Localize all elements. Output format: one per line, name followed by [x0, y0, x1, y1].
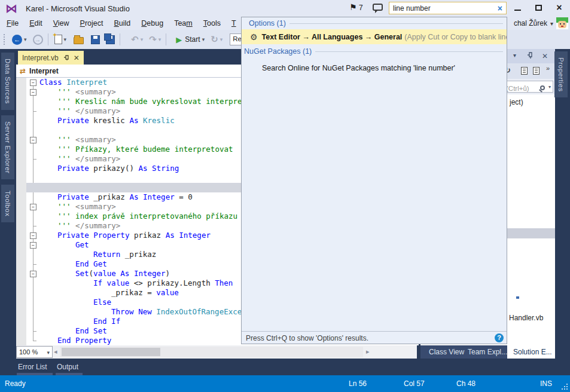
properties-doc-icon[interactable]	[533, 67, 539, 75]
tree-item-icon-fragment	[516, 296, 519, 299]
title-bar: ⋈ Karel - Microsoft Visual Studio ⚑ 7 li…	[0, 0, 570, 17]
panel-pin-icon[interactable]	[527, 51, 533, 60]
tab-team-explorer[interactable]: Team Expl...	[468, 348, 507, 356]
zoom-chevron-icon: ▾	[47, 350, 50, 356]
status-ready: Ready	[5, 379, 26, 388]
menu-edit[interactable]: Edit	[24, 17, 48, 30]
result-item-label: Text Editor → All Languages → General	[262, 33, 403, 41]
sidebar-tab-properties[interactable]: Properties	[554, 51, 568, 97]
save-button[interactable]	[91, 35, 100, 44]
pin-icon[interactable]	[63, 54, 69, 62]
nav-type-dropdown[interactable]: Interpret	[29, 67, 59, 75]
sidebar-tab-server-explorer[interactable]: Server Explorer	[1, 115, 14, 179]
menu-t[interactable]: T	[226, 17, 242, 30]
results-group-header-nuget: NuGet Packages (1)	[242, 47, 507, 56]
undo-button[interactable]: ↶	[131, 34, 139, 45]
clear-search-icon[interactable]: ×	[498, 4, 502, 13]
quick-launch-search-input[interactable]: line number ×	[389, 2, 507, 14]
help-icon[interactable]: ?	[495, 333, 504, 342]
magnifier-icon[interactable]	[540, 85, 545, 90]
menu-tools[interactable]: Tools	[198, 17, 226, 30]
scroll-left-arrow-icon[interactable]: ◂	[54, 348, 57, 356]
scrollbar-thumb[interactable]	[62, 348, 160, 356]
document-tab-label: Interpret.vb	[22, 54, 59, 62]
toolbar-separator	[120, 33, 120, 45]
new-file-button[interactable]: ✦	[54, 35, 62, 44]
resize-grip[interactable]	[566, 388, 568, 390]
undo-dropdown-chevron-icon[interactable]: ▾	[141, 36, 144, 42]
minimize-button[interactable]	[508, 0, 526, 16]
start-dropdown-chevron-icon[interactable]: ▾	[202, 36, 205, 42]
start-button-label[interactable]: Start	[185, 35, 200, 44]
redo-dropdown-chevron-icon[interactable]: ▾	[158, 36, 161, 42]
quick-launch-results-popup: Options (1) ⚙ Text Editor → All Language…	[241, 17, 507, 344]
restart-button[interactable]: ↻	[211, 34, 218, 45]
collapse-all-icon[interactable]	[521, 67, 528, 75]
toolbar-grip-handle[interactable]	[4, 34, 6, 45]
open-file-button[interactable]	[74, 37, 84, 44]
menu-debug[interactable]: Debug	[136, 17, 169, 30]
search-options-chevron-icon[interactable]: ▾	[548, 84, 551, 90]
user-name[interactable]: chal Žůrek	[514, 19, 547, 27]
editor-gutter	[16, 78, 26, 345]
save-all-button[interactable]	[106, 35, 115, 44]
toolbar-separator	[166, 33, 166, 45]
sidebar-tab-data-sources[interactable]: Data Sources	[1, 53, 14, 110]
tree-item-handler[interactable]: Handler.vb	[509, 314, 543, 322]
new-file-dropdown-chevron-icon[interactable]: ▾	[64, 36, 67, 42]
tab-close-icon[interactable]: ✕	[74, 54, 80, 62]
sidebar-tab-toolbox[interactable]: Toolbox	[1, 185, 14, 222]
chevron-down-icon[interactable]: ▾	[550, 20, 553, 27]
minimize-icon	[514, 10, 521, 11]
menu-build[interactable]: Build	[109, 17, 136, 30]
notifications-flag-icon[interactable]: ⚑	[349, 2, 357, 12]
status-column: Col 57	[404, 379, 425, 388]
start-debug-play-icon[interactable]: ▶	[176, 35, 182, 44]
right-tool-strip: Properties	[553, 49, 570, 359]
user-area: chal Žůrek ▾	[514, 17, 570, 29]
tab-solution-explorer[interactable]: Solution E...	[507, 345, 555, 359]
menu-file[interactable]: File	[1, 17, 24, 30]
result-item-options[interactable]: ⚙ Text Editor → All Languages → General …	[242, 29, 507, 44]
horizontal-scrollbar[interactable]	[60, 347, 363, 357]
vs-logo-icon: ⋈	[5, 2, 17, 14]
footer-hint-text: Press Ctrl+Q to show 'Options' results.	[246, 334, 368, 342]
status-character: Ch 48	[456, 379, 475, 388]
maximize-button[interactable]	[529, 0, 547, 16]
vb-class-icon: ⇄	[20, 67, 26, 75]
tree-item-solution[interactable]: ject)	[510, 98, 523, 106]
avatar[interactable]	[556, 17, 568, 29]
editor-scroll-row: 100 % ▾ ◂ ▸	[16, 345, 417, 359]
panel-close-icon[interactable]: ✕	[542, 52, 548, 60]
close-button[interactable]: ×	[550, 0, 568, 16]
menu-items: FileEditViewProjectBuildDebugTeamToolsT	[0, 17, 242, 30]
left-tool-strip: Data Sources Server Explorer Toolbox	[0, 49, 16, 359]
toolbar-overflow-icon[interactable]: »	[546, 65, 550, 72]
menu-view[interactable]: View	[48, 17, 75, 30]
document-tab-interpret[interactable]: Interpret.vb ✕	[18, 51, 84, 65]
header-rule	[315, 51, 503, 52]
popup-footer: Press Ctrl+Q to show 'Options' results. …	[242, 331, 507, 344]
navigate-back-button[interactable]: ←	[12, 35, 22, 45]
tab-error-list[interactable]: Error List	[18, 363, 47, 371]
panel-menu-chevron-icon[interactable]: ▾	[513, 52, 516, 59]
result-item-nuget-search[interactable]: Search Online for NuGet Packages matchin…	[242, 64, 507, 72]
feedback-icon[interactable]	[373, 4, 383, 11]
search-value: line number	[393, 4, 431, 13]
back-dropdown-chevron-icon[interactable]: ▾	[24, 36, 27, 42]
tab-output[interactable]: Output	[57, 363, 78, 371]
window-title: Karel - Microsoft Visual Studio	[26, 4, 130, 13]
gear-icon: ⚙	[250, 32, 258, 42]
navigate-forward-button[interactable]: →	[33, 35, 43, 45]
redo-button[interactable]: ↷	[149, 34, 157, 45]
tab-class-view[interactable]: Class View	[429, 348, 464, 356]
scroll-right-arrow-icon[interactable]: ▸	[366, 348, 370, 356]
editor-zoom-combo[interactable]: 100 % ▾	[16, 346, 53, 358]
menu-project[interactable]: Project	[75, 17, 109, 30]
dock-bottom-tab-bar: Class View Team Expl... Solution E...	[420, 345, 555, 359]
status-insert-mode: INS	[540, 379, 552, 388]
menu-team[interactable]: Team	[169, 17, 198, 30]
maximize-icon	[535, 5, 542, 11]
restart-dropdown-chevron-icon[interactable]: ▾	[220, 36, 223, 42]
search-hint: (Ctrl+ů)	[506, 85, 529, 92]
